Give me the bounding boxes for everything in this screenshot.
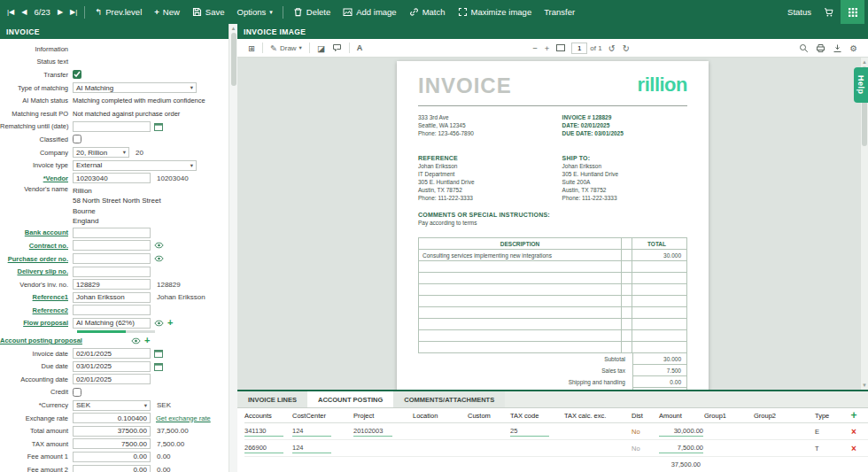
tab-invoice-lines[interactable]: INVOICE LINES	[237, 391, 307, 407]
cell-project[interactable]: 20102003	[353, 427, 392, 437]
cell-type[interactable]: T	[815, 445, 840, 453]
total-amount-input[interactable]	[73, 426, 151, 437]
rotate-right-button[interactable]: ↻	[619, 39, 633, 57]
rotate-left-button[interactable]: ↺	[605, 39, 619, 57]
delete-row-button[interactable]: ×	[840, 444, 868, 453]
next-record-button[interactable]: ▶	[54, 0, 66, 24]
accounting-date-input[interactable]	[73, 374, 151, 384]
reference1-link[interactable]: Reference1	[0, 293, 73, 301]
calendar-icon[interactable]	[154, 349, 163, 358]
download-button[interactable]	[829, 39, 846, 57]
scroll-up-icon[interactable]: ▲	[231, 26, 236, 31]
add-row-button[interactable]: +	[840, 409, 868, 422]
eye-icon[interactable]	[131, 337, 141, 344]
new-button[interactable]: + New	[148, 0, 186, 24]
maximize-image-button[interactable]: Maximize image	[452, 0, 539, 24]
flow-proposal-input[interactable]	[73, 318, 151, 329]
document-scrollbar[interactable]: ▲ ▼	[860, 58, 868, 390]
cart-button[interactable]	[818, 0, 841, 24]
account-posting-proposal-link[interactable]: Account posting proposal	[0, 337, 73, 344]
vendor-input[interactable]	[73, 173, 151, 183]
bank-account-input[interactable]	[73, 228, 151, 238]
invoice-type-select[interactable]: External ▾	[73, 160, 197, 171]
classified-checkbox[interactable]	[73, 135, 81, 143]
fee-amount-2-input[interactable]	[73, 465, 151, 472]
credit-checkbox[interactable]	[73, 388, 81, 397]
rematching-until-input[interactable]	[73, 121, 151, 132]
vendor-link[interactable]: *Vendor	[0, 174, 73, 182]
previous-record-button[interactable]: ◀	[18, 0, 30, 24]
get-exchange-rate-link[interactable]: Get exchange rate	[156, 414, 211, 422]
tax-amount-input[interactable]	[73, 438, 151, 449]
last-record-button[interactable]: ▶|	[66, 0, 81, 24]
vendors-inv-no-input[interactable]	[73, 279, 151, 290]
cell-accounts[interactable]: 266900	[244, 444, 283, 453]
delete-row-button[interactable]: ×	[840, 427, 868, 437]
bank-account-link[interactable]: Bank account	[0, 228, 73, 236]
zoom-out-button[interactable]: −	[529, 39, 541, 57]
calendar-icon[interactable]	[154, 362, 163, 371]
tab-account-posting[interactable]: ACCOUNT POSTING	[307, 391, 393, 407]
currency-select[interactable]: SEK ▾	[73, 400, 151, 411]
type-of-matching-select[interactable]: AI Matching ▾	[73, 82, 197, 93]
eraser-button[interactable]: ◪	[314, 39, 329, 57]
purchase-order-no-input[interactable]	[73, 253, 151, 264]
cell-costcenter[interactable]: 124	[292, 427, 331, 437]
eye-icon[interactable]	[154, 242, 164, 249]
calendar-icon[interactable]	[154, 122, 163, 131]
purchase-order-no-link[interactable]: Purchase order no.	[0, 255, 73, 263]
scroll-down-icon[interactable]: ▼	[862, 383, 867, 388]
transfer-checkbox[interactable]	[73, 70, 81, 79]
add-flow-button[interactable]: +	[167, 318, 173, 328]
fee-amount-1-input[interactable]	[73, 452, 151, 462]
cell-accounts[interactable]: 341130	[244, 427, 283, 437]
cell-dist[interactable]: No	[632, 445, 659, 453]
help-tab[interactable]: Help	[854, 67, 868, 103]
delivery-slip-no-input[interactable]	[73, 267, 151, 277]
scroll-up-icon[interactable]: ▲	[862, 59, 867, 65]
tab-comments-attachments[interactable]: COMMENTS/ATTACHMENTS	[393, 391, 505, 407]
save-button[interactable]: Save	[186, 0, 231, 24]
form-scrollbar[interactable]: ▲	[229, 24, 237, 472]
cell-type[interactable]: E	[815, 428, 840, 436]
eye-icon[interactable]	[154, 320, 164, 327]
company-select[interactable]: 20, Rillion ▾	[73, 147, 129, 158]
add-account-posting-button[interactable]: +	[144, 336, 150, 345]
document-viewport[interactable]: INVOICE rillion 333 3rd Ave Seattle, WA …	[237, 58, 868, 390]
draw-tool-button[interactable]: ✎ Draw ▾	[267, 39, 306, 57]
due-date-input[interactable]	[73, 361, 151, 372]
cell-dist[interactable]: No	[632, 428, 659, 436]
status-button[interactable]: Status	[781, 0, 818, 24]
scrollbar-thumb[interactable]	[231, 33, 236, 86]
delete-button[interactable]: Delete	[287, 0, 337, 24]
app-launcher-button[interactable]	[841, 0, 864, 24]
delivery-slip-no-link[interactable]: Delivery slip no.	[0, 267, 73, 275]
cell-tax-code[interactable]: 25	[510, 427, 549, 437]
transfer-button[interactable]: Transfer	[538, 0, 581, 24]
page-number-input[interactable]	[571, 43, 587, 54]
reference2-input[interactable]	[73, 305, 151, 315]
exchange-rate-input[interactable]	[73, 413, 151, 423]
text-tool-button[interactable]: A	[353, 39, 367, 57]
thumbnails-button[interactable]: ⊞	[244, 39, 259, 57]
search-button[interactable]	[795, 39, 812, 57]
add-image-button[interactable]: Add image	[337, 0, 402, 24]
reference2-link[interactable]: Reference2	[0, 306, 73, 314]
match-button[interactable]: Match	[403, 0, 452, 24]
contract-no-link[interactable]: Contract no.	[0, 242, 73, 250]
options-button[interactable]: Options ▾	[231, 0, 279, 24]
zoom-in-button[interactable]: +	[541, 39, 554, 57]
reference1-input[interactable]	[73, 292, 151, 303]
cell-amount[interactable]: 7,500.00	[659, 444, 703, 453]
fit-page-button[interactable]	[553, 39, 569, 57]
prev-level-button[interactable]: ↰ Prev.level	[89, 0, 148, 24]
print-button[interactable]	[812, 39, 829, 57]
cell-costcenter[interactable]: 124	[292, 444, 331, 453]
first-record-button[interactable]: |◀	[4, 0, 18, 24]
comment-button[interactable]	[329, 39, 345, 57]
settings-button[interactable]: ⚙	[846, 39, 861, 57]
cell-amount[interactable]: 30,000.00	[659, 427, 703, 437]
flow-proposal-link[interactable]: Flow proposal	[0, 319, 73, 327]
invoice-date-input[interactable]	[73, 348, 151, 359]
eye-icon[interactable]	[154, 255, 164, 262]
